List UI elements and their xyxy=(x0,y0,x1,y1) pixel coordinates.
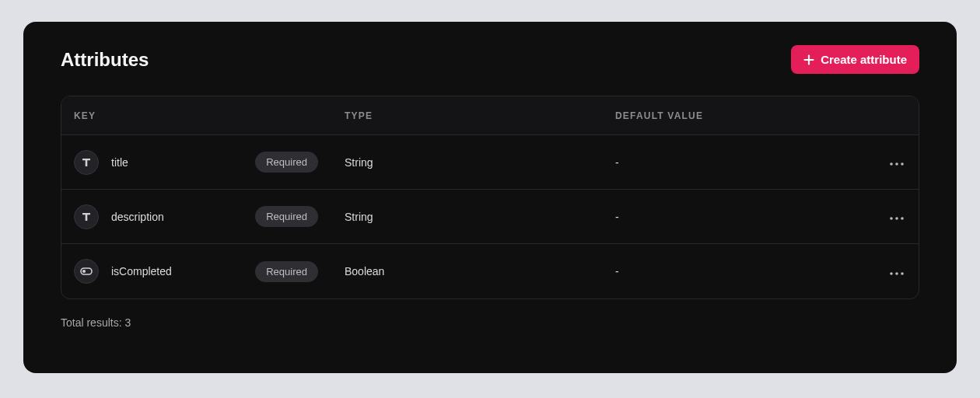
create-attribute-button[interactable]: Create attribute xyxy=(791,45,919,74)
plus-icon xyxy=(803,54,814,65)
svg-point-7 xyxy=(901,217,904,220)
table-header: KEY TYPE DEFAULT VALUE xyxy=(61,96,919,135)
attribute-type: String xyxy=(332,211,603,223)
table-row[interactable]: description Required String - xyxy=(61,190,919,244)
svg-point-3 xyxy=(895,162,898,166)
total-results: Total results: 3 xyxy=(61,316,919,329)
create-attribute-label: Create attribute xyxy=(821,53,907,66)
text-icon xyxy=(74,150,99,175)
panel-header: Attributes Create attribute xyxy=(61,45,919,74)
row-more-button[interactable] xyxy=(885,152,908,173)
svg-point-9 xyxy=(82,270,86,273)
attribute-type: String xyxy=(332,156,603,169)
attribute-key: isCompleted xyxy=(111,265,243,278)
text-icon xyxy=(74,204,99,229)
col-default: DEFAULT VALUE xyxy=(603,110,873,121)
svg-point-4 xyxy=(901,162,904,166)
key-cell: isCompleted Required xyxy=(61,259,332,284)
svg-point-2 xyxy=(890,162,893,166)
table-row[interactable]: title Required String - xyxy=(61,135,919,190)
toggle-icon xyxy=(74,259,99,284)
row-more-button[interactable] xyxy=(885,261,908,282)
svg-point-11 xyxy=(895,272,898,275)
required-badge: Required xyxy=(255,261,318,282)
table-row[interactable]: isCompleted Required Boolean - xyxy=(61,244,919,298)
attribute-default: - xyxy=(603,156,873,169)
attribute-key: title xyxy=(111,156,243,169)
attributes-panel: Attributes Create attribute KEY TYPE DEF… xyxy=(23,22,957,373)
attribute-type: Boolean xyxy=(332,265,603,278)
more-horizontal-icon xyxy=(890,266,904,278)
attribute-default: - xyxy=(603,265,873,278)
svg-point-5 xyxy=(890,217,893,220)
more-horizontal-icon xyxy=(890,156,904,168)
row-more-button[interactable] xyxy=(885,206,908,227)
attribute-default: - xyxy=(603,211,873,223)
required-badge: Required xyxy=(255,152,318,173)
attributes-table: KEY TYPE DEFAULT VALUE title Required St… xyxy=(61,96,919,299)
more-horizontal-icon xyxy=(890,211,904,222)
svg-point-12 xyxy=(901,272,904,275)
attribute-key: description xyxy=(111,211,243,223)
svg-point-6 xyxy=(895,217,898,220)
col-key: KEY xyxy=(61,110,332,121)
required-badge: Required xyxy=(255,206,318,227)
page-title: Attributes xyxy=(61,49,149,71)
key-cell: title Required xyxy=(61,150,332,175)
svg-point-10 xyxy=(890,272,893,275)
key-cell: description Required xyxy=(61,204,332,229)
col-type: TYPE xyxy=(332,110,603,121)
